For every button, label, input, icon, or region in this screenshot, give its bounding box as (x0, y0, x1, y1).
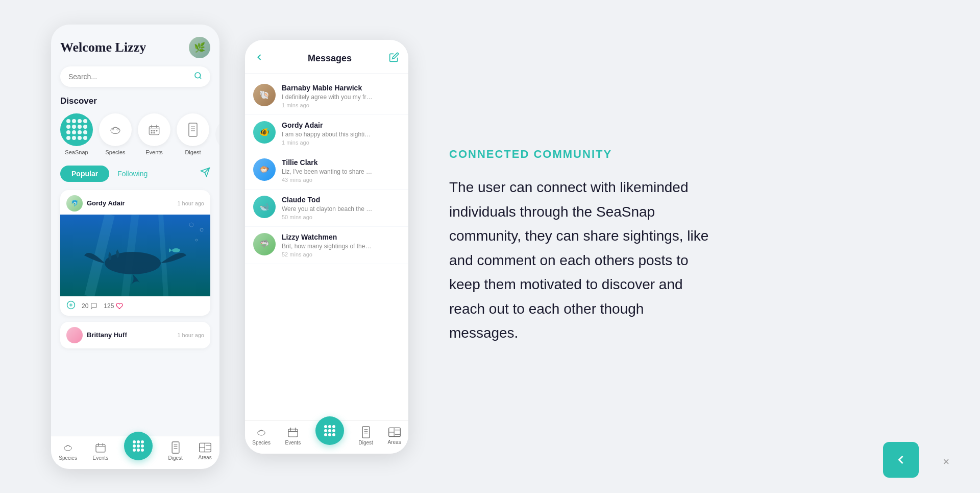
seasnap-icon-circle (60, 113, 93, 146)
species-icon-circle (99, 113, 132, 146)
svg-point-25 (172, 248, 180, 252)
post-card: 🐬 Gordy Adair 1 hour ago (60, 190, 210, 316)
msg-preview-1: I am so happy about this sighting, it wa… (282, 131, 374, 138)
msg-name-4: Lizzy Watchmen (282, 233, 400, 241)
message-item[interactable]: 🐋 Claude Tod Were you at clayton beach t… (245, 190, 408, 227)
search-icon (194, 72, 202, 82)
svg-point-2 (111, 127, 120, 133)
comment-count: 20 (82, 302, 97, 310)
more-icon-circle: › (215, 118, 219, 151)
msg-name-0: Barnaby Mable Harwick (282, 84, 400, 92)
msg-avatar-4: 🦈 (253, 233, 276, 255)
msg-nav-digest-label: Digest (359, 440, 373, 445)
close-button[interactable]: × (943, 455, 949, 468)
msg-nav-seasnap-fab[interactable] (315, 416, 344, 445)
user-avatar[interactable]: 🌿 (189, 37, 210, 58)
msg-content-2: Tillie Clark Liz, I've been wanting to s… (282, 158, 400, 183)
msg-time-2: 43 mins ago (282, 177, 400, 183)
svg-point-46 (258, 430, 265, 435)
discover-item-species[interactable]: Species (99, 113, 132, 155)
left-phone-mockup: Welcome Lizzy 🌿 Discover (51, 25, 219, 469)
post-footer: 20 125 (60, 296, 210, 316)
svg-rect-9 (151, 130, 153, 131)
msg-avatar-0: 🐚 (253, 84, 276, 106)
popular-tab[interactable]: Popular (60, 166, 109, 182)
discover-item-digest[interactable]: Digest (177, 113, 209, 155)
post2-username: Brittany Huff (87, 331, 127, 339)
msg-content-3: Claude Tod Were you at clayton beach the… (282, 196, 400, 220)
digest-icon-circle (177, 113, 209, 146)
messages-list: 🐚 Barnaby Mable Harwick I definitely agr… (245, 74, 408, 420)
msg-name-3: Claude Tod (282, 196, 400, 204)
msg-avatar-3: 🐋 (253, 196, 276, 218)
svg-rect-37 (172, 441, 179, 453)
digest-nav-icon (170, 441, 181, 454)
msg-nav-species[interactable]: Species (252, 426, 271, 445)
back-button[interactable] (254, 52, 264, 65)
msg-preview-2: Liz, I've been wanting to share this... (282, 168, 374, 175)
nav-species-label: Species (59, 455, 77, 461)
following-tab[interactable]: Following (117, 170, 148, 178)
msg-nav-events[interactable]: Events (285, 426, 301, 445)
msg-nav-areas[interactable]: Areas (388, 427, 401, 445)
svg-rect-13 (153, 132, 155, 133)
post-user-avatar: 🐬 (66, 195, 83, 212)
section-tag: CONNECTED COMMUNITY (449, 148, 715, 161)
svg-rect-10 (153, 130, 155, 131)
msg-time-3: 50 mins ago (282, 214, 400, 220)
nav-digest[interactable]: Digest (168, 441, 183, 461)
discover-label: Discover (60, 96, 210, 106)
add-icon[interactable] (66, 300, 76, 312)
msg-preview-4: Brit, how many sightings of these have y… (282, 243, 374, 250)
msg-name-1: Gordy Adair (282, 121, 400, 129)
discover-icons-row: SeaSnap Species (60, 113, 210, 155)
svg-rect-12 (151, 132, 153, 133)
welcome-title: Welcome Lizzy (60, 40, 146, 55)
svg-point-24 (105, 252, 161, 274)
messages-bottom-nav: Species Events Di (245, 420, 408, 454)
svg-point-0 (195, 73, 201, 78)
post-time: 1 hour ago (177, 200, 204, 206)
msg-preview-3: Were you at clayton beach the oth... (282, 205, 374, 213)
nav-seasnap-fab[interactable] (124, 432, 153, 460)
message-item[interactable]: 🐚 Barnaby Mable Harwick I definitely agr… (245, 78, 408, 115)
search-input[interactable] (68, 73, 194, 81)
svg-point-3 (112, 128, 114, 130)
msg-nav-areas-label: Areas (388, 439, 401, 445)
events-nav-icon (94, 441, 107, 454)
nav-areas-label: Areas (199, 455, 212, 460)
compose-button[interactable] (389, 52, 399, 65)
nav-species[interactable]: Species (59, 441, 77, 461)
msg-nav-digest[interactable]: Digest (359, 426, 373, 445)
messages-phone-mockup: Messages 🐚 Barnaby Mable Harwick I defin… (245, 40, 408, 454)
msg-events-icon (287, 426, 299, 438)
search-bar[interactable] (60, 66, 210, 87)
msg-nav-events-label: Events (285, 440, 301, 445)
message-item[interactable]: 🐡 Tillie Clark Liz, I've been wanting to… (245, 152, 408, 190)
nav-areas[interactable]: Areas (199, 442, 212, 460)
discover-item-events[interactable]: Events (138, 113, 170, 155)
msg-areas-icon (388, 427, 401, 438)
species-label: Species (105, 149, 125, 155)
svg-point-4 (117, 128, 118, 130)
svg-rect-11 (156, 130, 157, 131)
msg-content-1: Gordy Adair I am so happy about this sig… (282, 121, 400, 146)
post-image (60, 215, 210, 296)
message-item[interactable]: 🦈 Lizzy Watchmen Brit, how many sighting… (245, 227, 408, 264)
message-item[interactable]: 🐠 Gordy Adair I am so happy about this s… (245, 115, 408, 152)
svg-rect-51 (362, 426, 370, 437)
msg-species-icon (255, 426, 267, 438)
like-count: 125 (104, 302, 123, 310)
msg-nav-species-label: Species (252, 440, 271, 445)
msg-preview-0: I definitely agree with you my friend... (282, 93, 374, 101)
bottom-nav: Species Events Di (51, 436, 219, 469)
discover-item-more[interactable]: › (215, 118, 219, 151)
send-icon[interactable] (200, 167, 210, 180)
nav-events[interactable]: Events (93, 441, 109, 461)
post-username: Gordy Adair (87, 199, 125, 207)
post-preview: Brittany Huff 1 hour ago (60, 322, 210, 348)
nav-arrow-button[interactable] (883, 442, 919, 478)
svg-rect-33 (96, 444, 105, 452)
post-header: 🐬 Gordy Adair 1 hour ago (60, 190, 210, 215)
discover-item-seasnap[interactable]: SeaSnap (60, 113, 93, 155)
